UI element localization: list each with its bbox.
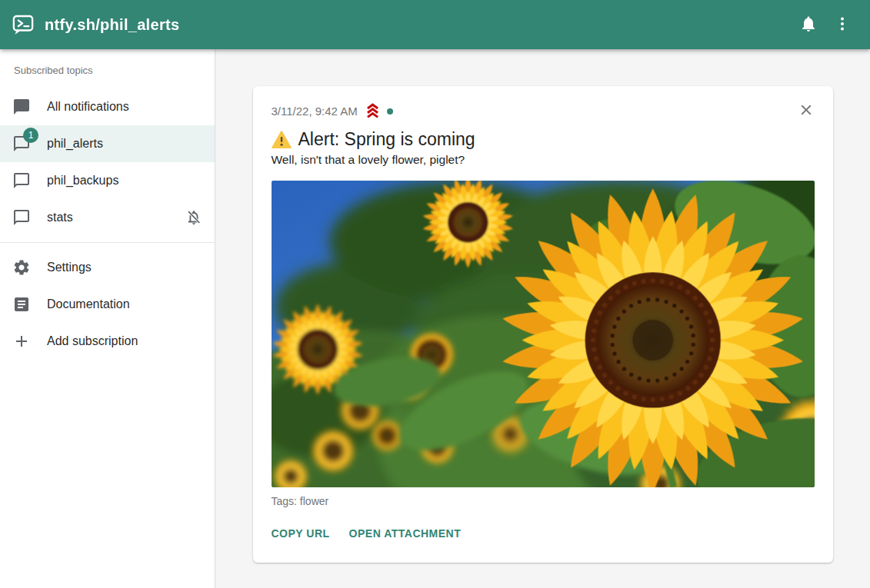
warning-icon <box>272 131 292 149</box>
copy-url-button[interactable]: COPY URL <box>272 523 330 544</box>
notifications-bell-button[interactable] <box>792 8 825 42</box>
subscribed-topics-label: Subscribed topics <box>0 57 215 88</box>
notification-body: Well, isn't that a lovely flower, piglet… <box>272 153 815 167</box>
plus-icon <box>12 332 31 350</box>
sidebar-item-label: Settings <box>47 261 92 274</box>
ntfy-logo-icon <box>12 14 34 35</box>
sidebar-item-phil-alerts[interactable]: 1 phil_alerts <box>0 125 215 162</box>
timestamp: 3/11/22, 9:42 AM <box>272 105 358 118</box>
open-attachment-button[interactable]: OPEN ATTACHMENT <box>349 523 462 544</box>
app-bar: ntfy.sh/phil_alerts <box>0 0 870 49</box>
main-content: 3/11/22, 9:42 AM <box>215 49 870 588</box>
sidebar-item-label: Documentation <box>47 297 130 311</box>
notification-card: 3/11/22, 9:42 AM <box>253 86 833 563</box>
overflow-menu-button[interactable] <box>825 8 859 42</box>
close-icon <box>798 109 815 121</box>
close-notification-button[interactable] <box>795 98 818 124</box>
gear-icon <box>12 258 31 277</box>
sidebar-item-label: phil_alerts <box>47 137 103 151</box>
chat-outline-icon <box>12 208 31 227</box>
tags-label: Tags: flower <box>272 495 815 507</box>
chat-outline-icon <box>12 171 31 190</box>
unread-dot <box>387 108 393 115</box>
sidebar: Subscribed topics All notifications 1 ph… <box>0 49 215 588</box>
attachment-image[interactable] <box>272 181 815 487</box>
bell-icon <box>799 15 818 35</box>
article-icon <box>12 295 31 314</box>
notification-title: Alert: Spring is coming <box>298 129 475 150</box>
sidebar-item-add-subscription[interactable]: Add subscription <box>0 323 215 360</box>
sidebar-item-label: All notifications <box>47 100 129 114</box>
sidebar-item-settings[interactable]: Settings <box>0 249 215 286</box>
sidebar-item-phil-backups[interactable]: phil_backups <box>0 162 215 199</box>
unread-count-badge: 1 <box>23 128 38 143</box>
chat-filled-icon <box>12 98 31 116</box>
sidebar-item-documentation[interactable]: Documentation <box>0 286 215 323</box>
sidebar-item-label: Add subscription <box>47 334 138 348</box>
more-vert-icon <box>833 15 852 35</box>
sidebar-item-all-notifications[interactable]: All notifications <box>0 88 215 125</box>
sidebar-divider <box>0 242 215 243</box>
bell-off-icon <box>185 209 202 226</box>
sidebar-item-label: phil_backups <box>47 174 118 188</box>
sidebar-item-stats[interactable]: stats <box>0 199 215 236</box>
priority-max-icon <box>365 103 381 119</box>
app-title: ntfy.sh/phil_alerts <box>45 16 179 34</box>
sidebar-item-label: stats <box>47 211 73 224</box>
